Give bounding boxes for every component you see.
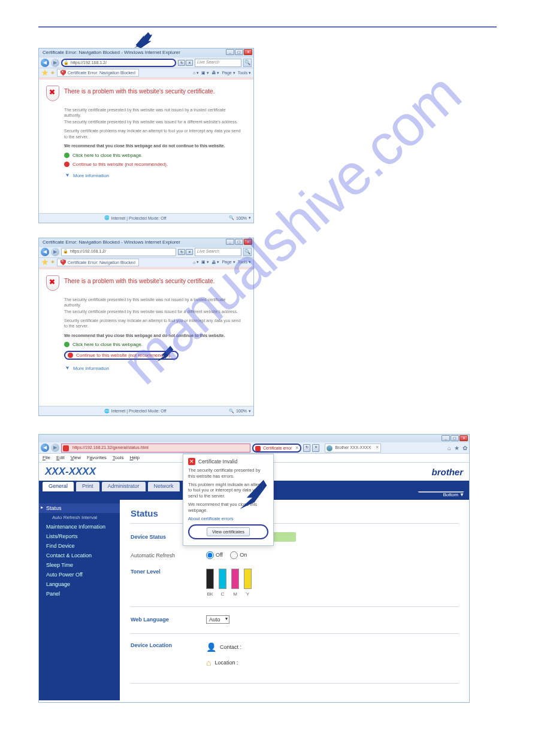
more-info-link[interactable]: More information	[64, 173, 243, 178]
address-text: https://192.168.1.2/	[71, 60, 107, 65]
home-menu[interactable]: ⌂ ▾	[193, 260, 199, 265]
toner-bar-m	[231, 569, 239, 589]
sidebar-item-find[interactable]: Find Device	[39, 541, 120, 551]
maximize-button[interactable]: ▢	[235, 239, 243, 245]
continue-link[interactable]: Continue to this website (not recommende…	[64, 162, 243, 167]
radio-on[interactable]: On	[230, 552, 247, 558]
tools-menu[interactable]: Tools ▾	[238, 260, 251, 265]
about-cert-errors-link[interactable]: About certificate errors	[188, 516, 268, 521]
print-menu[interactable]: 🖶 ▾	[211, 260, 219, 265]
ie-titlebar: _ ▢ ✕	[39, 435, 469, 442]
sidebar-item-auto-refresh[interactable]: Auto Refresh Interval	[39, 513, 120, 522]
sidebar-item-status[interactable]: Status	[39, 503, 120, 513]
address-bar-error[interactable]: https://192.168.21.32/general/status.htm…	[61, 444, 250, 453]
address-text: https://192.168.21.32/general/status.htm…	[72, 445, 149, 450]
page-menu[interactable]: Page ▾	[222, 71, 235, 75]
tab-administrator[interactable]: Administrator	[102, 482, 146, 491]
page-menu[interactable]: Page ▾	[222, 260, 235, 265]
favorites-icon[interactable]	[41, 259, 49, 266]
callout-arrow-2	[155, 345, 176, 363]
tab-label: Certificate Error: Navigation Blocked	[68, 71, 135, 75]
stop-button[interactable]: ✕	[186, 249, 193, 255]
close-button[interactable]: ✕	[244, 49, 252, 55]
minimize-button[interactable]: _	[226, 239, 234, 245]
zoom-control[interactable]: 🔍 100% ▾	[229, 409, 251, 414]
divider	[131, 633, 458, 634]
sidebar-item-panel[interactable]: Panel	[39, 589, 120, 599]
feeds-menu[interactable]: ▣ ▾	[201, 71, 209, 75]
menu-edit[interactable]: Edit	[56, 455, 65, 461]
back-button[interactable]: ◀	[41, 248, 49, 256]
toner-bars: BK C M Y	[206, 569, 252, 597]
favorites-icon[interactable]: ★	[454, 445, 460, 451]
sidebar-item-autopower[interactable]: Auto Power Off	[39, 570, 120, 579]
tab-network[interactable]: Network	[148, 482, 180, 491]
warning-line-1: The security certificate presented by th…	[64, 107, 243, 119]
minimize-button[interactable]: _	[442, 435, 450, 441]
back-button[interactable]: ◀	[41, 59, 49, 67]
ie-window-1: Certificate Error: Navigation Blocked - …	[38, 48, 254, 223]
more-info-link[interactable]: More information	[64, 366, 243, 371]
radio-off[interactable]: Off	[206, 552, 223, 558]
tools-menu[interactable]: Tools ▾	[238, 71, 251, 75]
sidebar-item-lists[interactable]: Lists/Reports	[39, 532, 120, 541]
maximize-button[interactable]: ▢	[451, 435, 459, 441]
tab-general[interactable]: General	[43, 482, 74, 491]
shield-icon	[61, 259, 66, 265]
home-menu[interactable]: ⌂ ▾	[193, 71, 199, 75]
browser-tab[interactable]: Certificate Error: Navigation Blocked	[57, 69, 139, 77]
callout-arrow-1b	[133, 31, 153, 49]
forward-button[interactable]: ▶	[51, 248, 59, 256]
search-button[interactable]: 🔍	[243, 248, 252, 256]
maximize-button[interactable]: ▢	[235, 49, 243, 55]
contact-icon: 👤	[206, 642, 216, 652]
refresh-button[interactable]: ↻	[178, 60, 185, 66]
warning-recommend: We recommend that you close this webpage…	[64, 143, 243, 148]
forward-button[interactable]: ▶	[51, 59, 59, 67]
callout-arrow-3	[237, 478, 270, 511]
sidebar-item-sleep[interactable]: Sleep Time	[39, 560, 120, 570]
ie-window-2: Certificate Error: Navigation Blocked - …	[38, 238, 254, 417]
minimize-button[interactable]: _	[226, 49, 234, 55]
globe-icon: 🌐	[104, 409, 110, 414]
close-webpage-link[interactable]: Click here to close this webpage.	[64, 342, 243, 347]
svg-marker-3	[240, 480, 267, 509]
menu-file[interactable]: File	[43, 455, 50, 461]
search-input[interactable]: Live Search	[195, 248, 241, 256]
stop-button[interactable]: ✕	[186, 60, 193, 66]
favorites-icon[interactable]	[41, 69, 49, 77]
tools-icon[interactable]: ✿	[463, 445, 467, 451]
stop-button[interactable]: ✕	[312, 444, 319, 452]
close-button[interactable]: ✕	[244, 239, 252, 245]
sidebar-item-contact[interactable]: Contact & Location	[39, 551, 120, 560]
add-favorites-icon[interactable]: ✚	[51, 71, 55, 75]
menu-view[interactable]: View	[71, 455, 81, 461]
add-favorites-icon[interactable]: ✚	[51, 260, 55, 265]
refresh-button[interactable]: ↻	[178, 249, 185, 255]
search-button[interactable]: 🔍	[243, 59, 252, 67]
refresh-button[interactable]: ↻	[303, 444, 310, 452]
close-button[interactable]: ✕	[460, 435, 468, 441]
browser-tab[interactable]: Certificate Error: Navigation Blocked	[57, 259, 139, 266]
browser-tab[interactable]: Brother XXX-XXXX	[325, 444, 381, 453]
address-bar[interactable]: 🔒 https://192.168.1.2/	[61, 59, 176, 67]
sidebar-item-language[interactable]: Language	[39, 579, 120, 589]
feeds-menu[interactable]: ▣ ▾	[201, 260, 209, 265]
zoom-control[interactable]: 🔍 100% ▾	[229, 215, 251, 220]
print-menu[interactable]: 🖶 ▾	[211, 71, 219, 75]
menu-favorites[interactable]: Favorites	[87, 455, 107, 461]
certificate-error-button[interactable]: Certificate error	[252, 444, 301, 453]
home-icon[interactable]: ⌂	[448, 445, 451, 451]
tab-print[interactable]: Print	[76, 482, 99, 491]
sidebar-item-maintenance[interactable]: Maintenance Information	[39, 522, 120, 532]
close-webpage-link[interactable]: Click here to close this webpage.	[64, 153, 243, 158]
back-button[interactable]: ◀	[41, 444, 49, 452]
menu-tools[interactable]: Tools	[113, 455, 124, 461]
web-language-select[interactable]: Auto	[206, 615, 229, 624]
forward-button[interactable]: ▶	[51, 444, 59, 452]
address-bar[interactable]: 🔒 https://192.168.1.2/	[61, 248, 176, 256]
search-input[interactable]: Live Search	[195, 59, 241, 67]
view-certificates-button[interactable]: View certificates	[207, 527, 250, 536]
menu-help[interactable]: Help	[130, 455, 140, 461]
warning-line-3: Security certificate problems may indica…	[64, 128, 243, 139]
